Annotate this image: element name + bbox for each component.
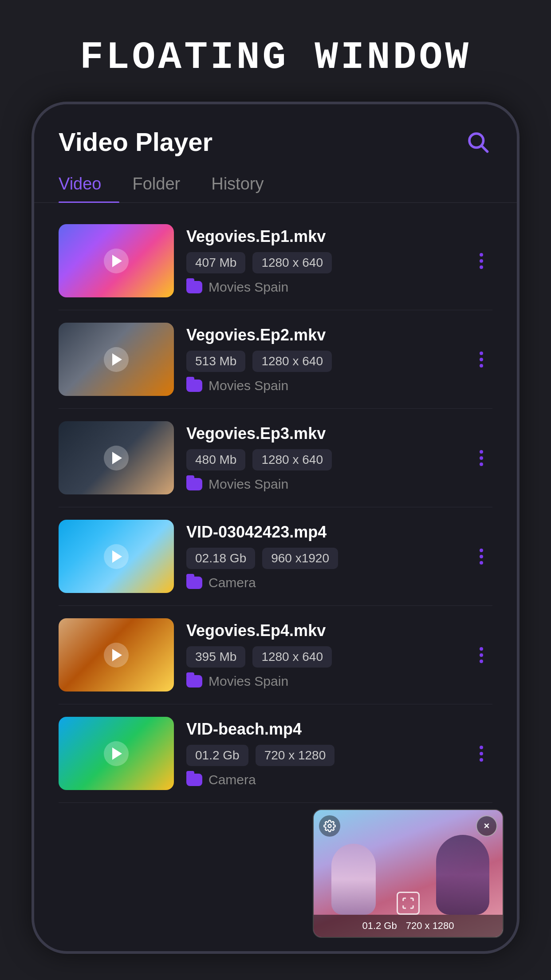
video-meta-4: 02.18 Gb 960 x1920 [186,548,458,569]
folder-icon-1 [186,281,202,293]
thumbnail-3[interactable] [59,421,174,494]
video-name-5: Vegovies.Ep4.mkv [186,621,458,640]
video-name-3: Vegovies.Ep3.mkv [186,424,458,443]
folder-row-4: Camera [186,575,458,590]
folder-icon-6 [186,774,202,786]
more-button-2[interactable] [470,352,492,368]
folder-icon-3 [186,478,202,490]
thumbnail-6[interactable] [59,717,174,790]
folder-row-5: Movies Spain [186,674,458,689]
more-button-5[interactable] [470,647,492,663]
video-resolution-5: 1280 x 640 [252,646,332,668]
play-button-4[interactable] [104,544,129,569]
folder-icon-4 [186,577,202,589]
thumbnail-2[interactable] [59,323,174,396]
search-button[interactable] [462,126,492,157]
floating-settings-icon[interactable] [319,815,340,837]
folder-icon-2 [186,379,202,392]
video-info-4: VID-03042423.mp4 02.18 Gb 960 x1920 Came… [186,523,458,590]
thumbnail-4[interactable] [59,520,174,593]
tabs-bar: Video Folder History [34,166,517,203]
folder-icon-5 [186,675,202,688]
tab-folder[interactable]: Folder [133,166,198,202]
floating-size: 01.2 Gb [362,920,397,932]
page-title: Video Player [59,127,213,157]
video-meta-5: 395 Mb 1280 x 640 [186,646,458,668]
more-button-4[interactable] [470,549,492,565]
floating-resolution: 720 x 1280 [406,920,454,932]
folder-name-3: Movies Spain [209,477,288,492]
video-info-3: Vegovies.Ep3.mkv 480 Mb 1280 x 640 Movie… [186,424,458,492]
play-button-6[interactable] [104,741,129,766]
more-button-1[interactable] [470,253,492,269]
svg-line-1 [482,146,487,151]
video-size-3: 480 Mb [186,449,245,470]
video-resolution-1: 1280 x 640 [252,252,332,273]
resize-icon[interactable] [397,892,420,915]
video-size-1: 407 Mb [186,252,245,273]
video-meta-6: 01.2 Gb 720 x 1280 [186,745,458,766]
video-name-1: Vegovies.Ep1.mkv [186,227,458,246]
video-info-5: Vegovies.Ep4.mkv 395 Mb 1280 x 640 Movie… [186,621,458,689]
thumbnail-1[interactable] [59,224,174,297]
video-size-4: 02.18 Gb [186,548,255,569]
video-resolution-2: 1280 x 640 [252,351,332,372]
video-item-5[interactable]: Vegovies.Ep4.mkv 395 Mb 1280 x 640 Movie… [59,606,492,704]
video-item-4[interactable]: VID-03042423.mp4 02.18 Gb 960 x1920 Came… [59,507,492,606]
video-name-6: VID-beach.mp4 [186,720,458,739]
folder-name-5: Movies Spain [209,674,288,689]
folder-row-1: Movies Spain [186,280,458,295]
app-title-text: FLOATING WINDOW [80,36,471,79]
svg-point-2 [328,825,331,828]
video-meta-1: 407 Mb 1280 x 640 [186,252,458,273]
video-meta-2: 513 Mb 1280 x 640 [186,351,458,372]
play-button-3[interactable] [104,446,129,470]
video-info-2: Vegovies.Ep2.mkv 513 Mb 1280 x 640 Movie… [186,326,458,393]
video-item-2[interactable]: Vegovies.Ep2.mkv 513 Mb 1280 x 640 Movie… [59,310,492,409]
video-info-1: Vegovies.Ep1.mkv 407 Mb 1280 x 640 Movie… [186,227,458,295]
video-info-6: VID-beach.mp4 01.2 Gb 720 x 1280 Camera [186,720,458,787]
video-meta-3: 480 Mb 1280 x 640 [186,449,458,470]
video-resolution-4: 960 x1920 [262,548,338,569]
play-button-5[interactable] [104,643,129,668]
tab-history[interactable]: History [211,166,281,202]
phone-frame: Video Player Video Folder History [31,102,520,954]
video-resolution-6: 720 x 1280 [256,745,335,766]
play-button-2[interactable] [104,347,129,372]
folder-row-3: Movies Spain [186,477,458,492]
video-name-4: VID-03042423.mp4 [186,523,458,541]
video-item-6[interactable]: VID-beach.mp4 01.2 Gb 720 x 1280 Camera [59,704,492,803]
video-item-1[interactable]: Vegovies.Ep1.mkv 407 Mb 1280 x 640 Movie… [59,212,492,310]
folder-name-2: Movies Spain [209,378,288,393]
folder-row-2: Movies Spain [186,378,458,393]
folder-name-6: Camera [209,772,256,787]
thumbnail-5[interactable] [59,618,174,692]
play-button-1[interactable] [104,249,129,273]
floating-window[interactable]: × 01.2 Gb 720 x 1280 [313,809,504,938]
folder-name-1: Movies Spain [209,280,288,295]
folder-name-4: Camera [209,575,256,590]
folder-row-6: Camera [186,772,458,787]
more-button-3[interactable] [470,450,492,466]
video-size-2: 513 Mb [186,351,245,372]
video-size-6: 01.2 Gb [186,745,248,766]
video-item-3[interactable]: Vegovies.Ep3.mkv 480 Mb 1280 x 640 Movie… [59,409,492,507]
video-size-5: 395 Mb [186,646,245,668]
floating-close-button[interactable]: × [476,815,497,837]
tab-video[interactable]: Video [59,166,119,202]
more-button-6[interactable] [470,746,492,762]
video-resolution-3: 1280 x 640 [252,449,332,470]
video-name-2: Vegovies.Ep2.mkv [186,326,458,344]
